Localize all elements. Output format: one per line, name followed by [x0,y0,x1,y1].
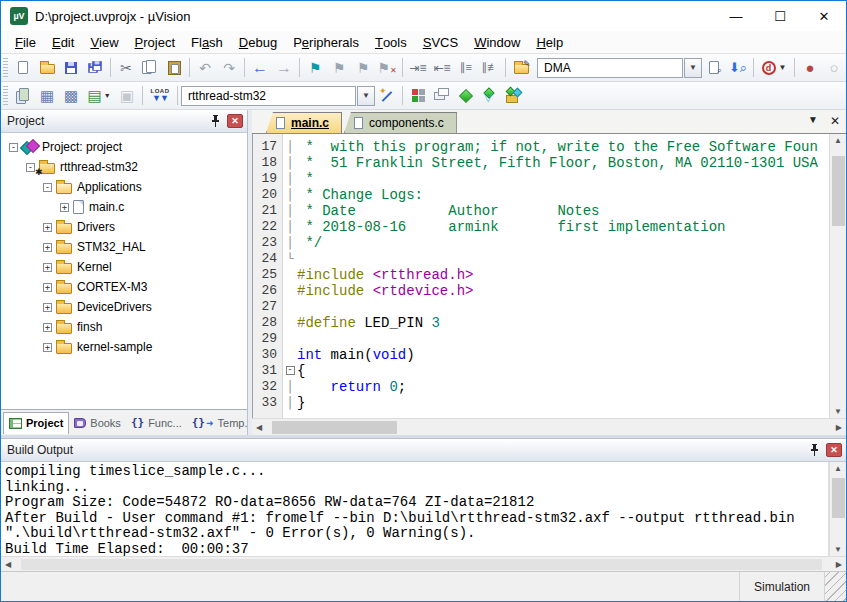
menu-peripherals[interactable]: Peripherals [285,31,367,53]
editor-tab-main-c[interactable]: main.c [266,112,342,133]
code-line[interactable] [297,251,829,267]
collapse-icon[interactable]: - [43,183,52,192]
build-output-close-button[interactable]: ✕ [826,443,842,457]
scroll-right-icon[interactable]: ▶ [836,560,842,569]
expand-icon[interactable]: + [60,203,69,212]
find-combobox[interactable]: DMA [537,58,683,78]
code-line[interactable]: */ [297,235,829,251]
tree-item-main-c[interactable]: +main.c [1,197,247,217]
toggle-bookmark-button[interactable]: ⚑ [303,57,327,79]
build-output-horizontal-scrollbar[interactable]: ◀ ▶ [1,556,846,571]
scroll-left-icon[interactable]: ◀ [256,423,262,432]
toolbar-grip[interactable] [3,86,8,106]
code-line[interactable]: int main(void) [297,347,829,363]
editor-horizontal-scrollbar[interactable]: ◀ ▶ [252,418,846,435]
tree-item-devicedrivers[interactable]: +DeviceDrivers [1,297,247,317]
menu-view[interactable]: View [82,31,126,53]
insert-breakpoint-button[interactable]: ● [798,57,822,79]
expand-icon[interactable]: + [43,243,52,252]
prev-bookmark-button[interactable]: ⚑ [327,57,351,79]
fold-margin[interactable]: │││││││└-││ [283,134,297,418]
next-bookmark-button[interactable]: ⚑ [351,57,375,79]
paste-button[interactable] [162,57,186,79]
code-line[interactable]: * [297,171,829,187]
code-line[interactable]: } [297,395,829,411]
tree-item-project-project[interactable]: -Project: project [1,137,247,157]
undo-button[interactable]: ↶ [193,57,217,79]
panel-tab-project[interactable]: Project [3,412,69,434]
editor-vertical-scrollbar[interactable]: ▲ ▼ [829,134,846,418]
cut-button[interactable]: ✂ [114,57,138,79]
pin-button[interactable] [806,443,822,458]
start-stop-debug-button[interactable]: d▼ [757,57,791,79]
batch-build-button[interactable]: ▤▼ [83,85,115,107]
close-document-button[interactable]: ✕ [830,114,840,128]
scroll-down-icon[interactable]: ▼ [834,545,842,554]
incremental-find-button[interactable]: ⬇⌕ [726,57,750,79]
code-line[interactable]: { [297,363,829,379]
comment-button[interactable]: ∥≡ [454,57,478,79]
menu-debug[interactable]: Debug [231,31,285,53]
collapse-icon[interactable]: - [9,143,18,152]
options-for-target-button[interactable]: ✦ [375,85,399,107]
scrollbar-thumb[interactable] [21,559,822,570]
tree-item-drivers[interactable]: +Drivers [1,217,247,237]
menu-project[interactable]: Project [127,31,183,53]
manage-components-button[interactable] [406,85,430,107]
toolbar-grip[interactable] [3,58,8,78]
fold-collapse-icon[interactable]: - [286,366,295,375]
pin-button[interactable] [207,114,223,129]
uncomment-button[interactable]: ∥≢ [478,57,502,79]
scroll-left-icon[interactable]: ◀ [5,560,11,569]
code-line[interactable]: #define LED_PIN 3 [297,315,829,331]
editor-tab-components-c[interactable]: components.c [344,112,457,133]
code-line[interactable]: #include <rtdevice.h> [297,283,829,299]
tree-item-kernel[interactable]: +Kernel [1,257,247,277]
menu-tools[interactable]: Tools [367,31,415,53]
expand-icon[interactable]: + [43,223,52,232]
scroll-right-icon[interactable]: ▶ [836,423,842,432]
navigate-forward-button[interactable]: → [272,57,296,79]
save-button[interactable] [59,57,83,79]
download-button[interactable]: LOAD▼▼ [146,85,174,107]
menu-svcs[interactable]: SVCS [415,31,466,53]
minimize-button[interactable]: — [714,2,758,31]
tree-item-kernel-sample[interactable]: +kernel-sample [1,337,247,357]
scrollbar-thumb[interactable] [832,478,845,518]
build-output-vertical-scrollbar[interactable]: ▲ ▼ [829,462,846,556]
panel-tab-books[interactable]: Books [69,412,126,434]
expand-icon[interactable]: + [43,263,52,272]
build-output-lines[interactable]: compiling timeslice_sample.c...linking..… [1,462,829,556]
code-line[interactable]: * Date Author Notes [297,203,829,219]
maximize-button[interactable]: ☐ [758,2,802,31]
menu-file[interactable]: File [7,31,44,53]
code-line[interactable]: * Change Logs: [297,187,829,203]
code-line[interactable]: #include <rtthread.h> [297,267,829,283]
menu-window[interactable]: Window [466,31,528,53]
redo-button[interactable]: ↷ [217,57,241,79]
tree-item-rtthread-stm32[interactable]: -rtthread-stm32 [1,157,247,177]
tree-item-stm32-hal[interactable]: +STM32_HAL [1,237,247,257]
code-line[interactable]: return 0; [297,379,829,395]
code-line[interactable]: * with this program; if not, write to th… [297,139,829,155]
expand-icon[interactable]: + [43,283,52,292]
new-file-button[interactable] [11,57,35,79]
close-button[interactable]: ✕ [802,2,846,31]
navigate-back-button[interactable]: ← [248,57,272,79]
expand-icon[interactable]: + [43,303,52,312]
target-combobox[interactable]: rtthread-stm32 [181,86,356,106]
manage-rte-button[interactable] [454,85,478,107]
find-dropdown-button[interactable]: ▼ [684,58,702,78]
select-packs-button[interactable]: ▽ [478,85,502,107]
scroll-up-icon[interactable]: ▲ [834,464,842,473]
save-all-button[interactable] [83,57,107,79]
code-line[interactable] [297,331,829,347]
configure-find-button[interactable]: ✎ [509,57,533,79]
target-dropdown-button[interactable]: ▼ [357,86,375,106]
code-area[interactable]: 1718192021222324252627282930313233 │││││… [252,134,846,418]
collapse-icon[interactable]: - [26,163,35,172]
scrollbar-thumb[interactable] [832,156,845,226]
tree-item-finsh[interactable]: +finsh [1,317,247,337]
expand-icon[interactable]: + [43,343,52,352]
manage-layout-button[interactable] [430,85,454,107]
